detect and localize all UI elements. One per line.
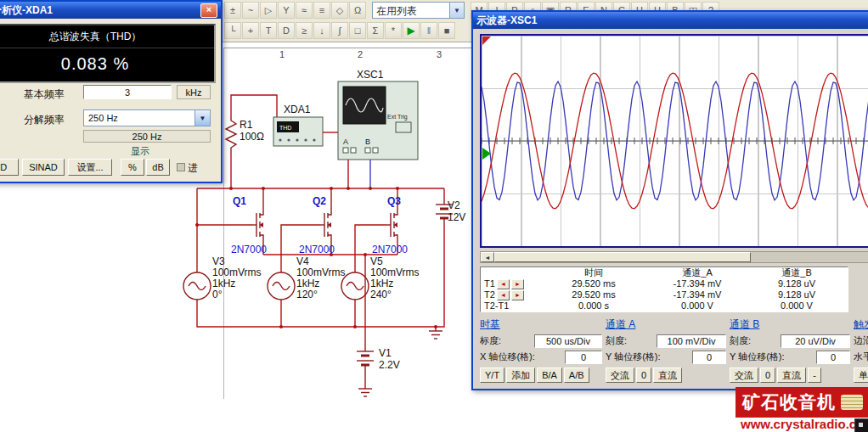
fundamental-frequency-unit: kHz: [177, 85, 211, 99]
ground-icon[interactable]: [429, 331, 442, 339]
svg-text:100mVrms: 100mVrms: [296, 266, 346, 278]
channel-b-ac-button[interactable]: 交流: [730, 367, 758, 383]
svg-text:1kHz: 1kHz: [370, 278, 393, 289]
close-icon[interactable]: ×: [200, 3, 217, 18]
t2-move-right-icon[interactable]: ►: [511, 290, 524, 300]
resolution-frequency-label: 分解频率: [24, 113, 65, 127]
svg-text:Q3: Q3: [387, 195, 401, 207]
mosfet-q2[interactable]: [320, 207, 331, 244]
timebase-position-label: X 轴位移(格):: [480, 351, 535, 363]
battery-v1[interactable]: [357, 347, 374, 379]
t1-move-left-icon[interactable]: ◄: [497, 279, 510, 289]
svg-text:V1: V1: [379, 347, 392, 359]
yt-mode-button[interactable]: Y/T: [480, 367, 504, 383]
channel-a-scale-input[interactable]: 100 mV/Div: [657, 334, 726, 348]
scope-scrollbar[interactable]: ◄ ►: [480, 251, 868, 263]
timebase-scale-label: 标度:: [480, 334, 501, 347]
ac-source-v4[interactable]: [268, 272, 295, 300]
ba-mode-button[interactable]: B/A: [537, 367, 562, 383]
delta-row-label: T2-T1: [482, 300, 542, 311]
channel-a-ac-button[interactable]: 交流: [606, 367, 634, 383]
svg-text:1kHz: 1kHz: [296, 278, 319, 289]
fundamental-frequency-input[interactable]: 3: [83, 85, 172, 99]
watermark-banner: 矿石收音机: [736, 387, 868, 418]
xda-window-title: 失真分析仪-XDA1: [0, 3, 53, 18]
t1-row-label: T1 ◄ ►: [482, 278, 542, 289]
delta-channel-a-value: 0.000 V: [645, 300, 749, 311]
svg-text:2N7000: 2N7000: [231, 244, 267, 255]
mosfet-q3[interactable]: [386, 207, 397, 244]
timebase-scale-input[interactable]: 500 us/Div: [534, 334, 602, 348]
add-mode-button[interactable]: 添加: [506, 367, 535, 383]
thd-display: 总谐波失真（THD） 0.083 %: [0, 24, 216, 83]
settings-button[interactable]: 设置...: [68, 159, 112, 176]
timebase-position-input[interactable]: 0: [565, 351, 602, 364]
channel-a-dc-button[interactable]: 直流: [653, 367, 682, 383]
timebase-title: 时基: [480, 317, 602, 332]
oscilloscope-window: 示波器-XSC1 ◄ ► 时间 通道_A 通道_B: [471, 10, 868, 390]
channel-a-zero-button[interactable]: 0: [636, 367, 651, 383]
channel-b-position-input[interactable]: 0: [816, 351, 850, 364]
svg-text:V3: V3: [212, 255, 225, 267]
t1-cursor-icon[interactable]: [482, 36, 491, 45]
resistor-r1[interactable]: [226, 118, 236, 154]
t2-channel-a-value: -17.394 mV: [645, 289, 749, 300]
thd-button[interactable]: THD: [0, 159, 19, 176]
svg-text:V2: V2: [448, 199, 460, 211]
xda-titlebar[interactable]: 失真分析仪-XDA1 ×: [0, 2, 221, 19]
svg-text:Ext Trig: Ext Trig: [387, 114, 408, 121]
t2-channel-b-value: 9.128 uV: [749, 289, 844, 300]
time-header: 时间: [542, 267, 645, 278]
resolution-frequency-combobox[interactable]: 250 Hz ▼: [83, 109, 211, 126]
timebase-section: 时基 标度: 500 us/Div X 轴位移(格): 0 Y/T 添加 B/A…: [480, 317, 602, 389]
chevron-down-icon[interactable]: ▼: [195, 109, 211, 126]
t2-move-left-icon[interactable]: ◄: [497, 290, 510, 300]
t1-time-value: 29.520 ms: [542, 278, 645, 289]
svg-text:12V: 12V: [448, 211, 465, 223]
more-icon[interactable]: [177, 163, 185, 171]
svg-text:Q2: Q2: [313, 195, 326, 207]
scroll-left-icon[interactable]: ◄: [481, 252, 494, 262]
trigger-level-label: 水平:: [854, 351, 868, 363]
channel-a-position-input[interactable]: 0: [692, 351, 726, 364]
mosfet-q1[interactable]: [252, 207, 263, 244]
scrollbar-thumb[interactable]: [494, 252, 751, 262]
ac-source-v3[interactable]: [183, 272, 211, 300]
channel-a-section: 通道 A 刻度: 100 mV/Div Y 轴位移(格): 0 交流 0 直流: [606, 317, 726, 389]
channel-b-scale-input[interactable]: 20 uV/Div: [781, 334, 850, 348]
svg-text:240°: 240°: [370, 289, 392, 300]
channel-b-dc-button[interactable]: 直流: [777, 367, 806, 383]
trigger-section: 触发 边沿: ↑ ↓ 水平: 单次: [854, 317, 868, 389]
ac-source-v5[interactable]: [341, 272, 369, 300]
multisim-app: ±~▷Y≈≡◇Ω 在用列表 ▼ MIP⌂▣RENCUHB◫? └+TD≥↓∫□Σ…: [0, 0, 868, 432]
scope-titlebar[interactable]: 示波器-XSC1: [473, 12, 868, 29]
trigger-edge-label: 边沿:: [854, 334, 868, 347]
trigger-single-button[interactable]: 单次: [854, 367, 868, 383]
watermark-title: 矿石收音机: [742, 390, 836, 414]
channel-b-zero-button[interactable]: 0: [760, 367, 775, 383]
xsc1-instrument-icon[interactable]: Ext Trig A B: [338, 81, 418, 160]
xda1-instrument-icon[interactable]: THD: [273, 117, 323, 146]
t2-row-label: T2 ◄ ►: [482, 289, 542, 300]
sinad-button[interactable]: SINAD: [22, 159, 65, 176]
channel-b-minus-button[interactable]: -: [808, 367, 821, 383]
svg-text:V5: V5: [370, 255, 383, 267]
svg-text:1kHz: 1kHz: [212, 278, 235, 289]
decibel-button[interactable]: dB: [146, 159, 170, 176]
channel-a-title: 通道 A: [606, 317, 726, 332]
delta-channel-b-value: 0.000 V: [749, 300, 844, 311]
junction-dots: [195, 187, 437, 328]
t1-move-right-icon[interactable]: ►: [511, 279, 524, 289]
svg-text:THD: THD: [279, 125, 291, 131]
thd-value: 0.083 %: [0, 48, 214, 74]
readout-corner: [482, 267, 542, 278]
svg-text:V4: V4: [296, 255, 309, 267]
svg-text:100mVrms: 100mVrms: [212, 266, 262, 278]
channel-a-scale-label: 刻度:: [606, 334, 627, 347]
svg-text:Q1: Q1: [233, 195, 246, 207]
ab-mode-button[interactable]: A/B: [564, 367, 589, 383]
scope-display: [480, 34, 868, 248]
svg-text:100Ω: 100Ω: [240, 131, 264, 143]
percent-button[interactable]: %: [121, 159, 144, 176]
ground-icon[interactable]: [358, 389, 372, 396]
